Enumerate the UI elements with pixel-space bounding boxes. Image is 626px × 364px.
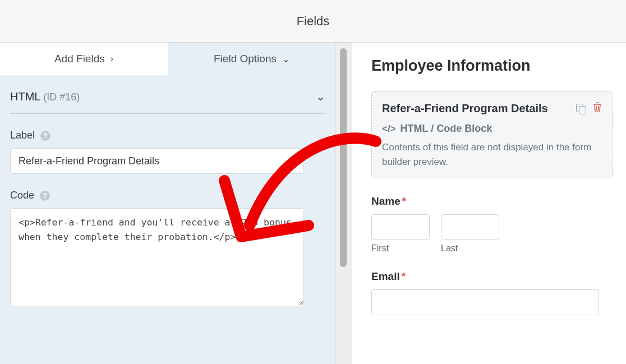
code-icon: </>: [382, 123, 396, 135]
label-heading: Label: [10, 130, 35, 141]
form-title: Employee Information: [371, 57, 613, 75]
options-body: HTML (ID #16) ⌄ Label ? Code ? <p>Refer-…: [0, 75, 335, 308]
code-section: Code ? <p>Refer-a-friend and you'll rece…: [10, 190, 325, 308]
form-preview-panel: Employee Information Refer-a-Friend Prog…: [352, 43, 626, 364]
tab-field-options-label: Field Options: [214, 53, 277, 65]
field-id: (ID #16): [43, 91, 80, 103]
tab-add-fields[interactable]: Add Fields ›: [0, 43, 168, 75]
panel-resize-gutter[interactable]: [335, 43, 352, 364]
last-name-sublabel: Last: [441, 243, 499, 254]
chevron-right-icon: ›: [111, 54, 113, 64]
help-icon[interactable]: ?: [40, 131, 50, 141]
label-input[interactable]: [10, 148, 304, 174]
duplicate-icon[interactable]: [576, 104, 586, 114]
html-field-subtitle-row: </> HTML / Code Block: [382, 123, 602, 135]
email-input[interactable]: [371, 289, 599, 315]
main-container: Add Fields › Field Options ⌄ HTML (ID #1…: [0, 43, 626, 364]
html-field-title: Refer-a-Friend Program Details: [382, 102, 548, 115]
code-heading-row: Code ?: [10, 190, 325, 201]
help-icon[interactable]: ?: [40, 191, 50, 201]
tab-add-fields-label: Add Fields: [54, 53, 105, 65]
html-field-preview[interactable]: Refer-a-Friend Program Details </> HTML …: [371, 91, 613, 178]
label-heading-row: Label ?: [10, 130, 325, 141]
trash-icon[interactable]: [593, 102, 602, 115]
last-name-input[interactable]: [441, 214, 499, 240]
first-name-input[interactable]: [371, 214, 430, 240]
required-asterisk: *: [402, 195, 406, 207]
chevron-down-icon: ⌄: [316, 90, 325, 103]
chevron-down-icon: ⌄: [282, 54, 289, 64]
code-textarea[interactable]: <p>Refer-a-friend and you'll receive a $…: [10, 208, 304, 306]
email-field-label: Email*: [371, 270, 613, 283]
field-title: HTML (ID #16): [10, 90, 80, 103]
field-type-name: HTML: [10, 90, 40, 103]
page-header: Fields: [0, 0, 626, 43]
html-field-actions: [576, 102, 602, 115]
tab-field-options[interactable]: Field Options ⌄: [168, 43, 335, 75]
field-title-row[interactable]: HTML (ID #16) ⌄: [10, 86, 325, 114]
scroll-thumb[interactable]: [340, 48, 347, 267]
page-header-title: Fields: [297, 14, 330, 29]
tab-row: Add Fields › Field Options ⌄: [0, 43, 335, 75]
email-field-block[interactable]: Email*: [371, 270, 613, 315]
html-field-subtitle: HTML / Code Block: [401, 123, 492, 135]
html-field-description: Contents of this field are not displayed…: [382, 140, 602, 169]
left-options-panel: Add Fields › Field Options ⌄ HTML (ID #1…: [0, 43, 335, 364]
first-name-sublabel: First: [371, 243, 430, 254]
label-section: Label ?: [10, 130, 325, 174]
name-field-label: Name*: [371, 195, 613, 208]
name-field-block[interactable]: Name* First Last: [371, 195, 613, 254]
required-asterisk: *: [402, 270, 406, 282]
code-heading: Code: [10, 190, 34, 201]
